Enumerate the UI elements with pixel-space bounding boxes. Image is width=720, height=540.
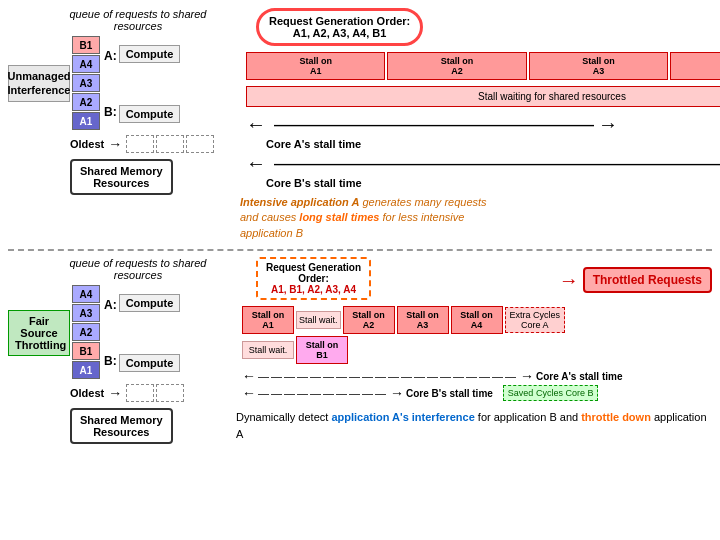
core-a-label-top: Core A's stall time	[266, 138, 361, 150]
bottom-block-a2: A2	[72, 323, 100, 341]
queue-blocks-bottom: A4 A3 A2 B1 A1	[72, 285, 100, 380]
queue-block-a2: A2	[72, 93, 100, 111]
saved-cycles-label: Saved Cycles Core B	[508, 388, 594, 398]
bottom-block-a1: A1	[72, 361, 100, 379]
request-gen-box-top: Request Generation Order: A1, A2, A3, A4…	[256, 8, 423, 46]
unmanaged-row: Unmanaged Interference B1 A4 A3 A2 A1 A:…	[8, 36, 228, 131]
intensive-text: Intensive application A generates many r…	[240, 195, 720, 241]
top-queue-label: queue of requests to shared resources	[8, 8, 228, 32]
compute-a-top: Compute	[119, 45, 181, 63]
oldest-label-top: Oldest	[70, 138, 104, 150]
stall-wait-a-bottom: Stall wait.	[296, 311, 341, 329]
b-label-bottom: B:	[104, 352, 117, 370]
unmanaged-label: Unmanaged Interference	[8, 65, 70, 101]
stall-wait-b1-bottom: Stall wait.	[242, 341, 294, 359]
bottom-section: queue of requests to shared resources Fa…	[8, 257, 712, 444]
stall-a3-bottom: Stall onA3	[397, 306, 449, 334]
dynamic-text-4: throttle down	[581, 411, 651, 423]
compute-b-bottom: Compute	[119, 354, 181, 372]
bottom-block-a4: A4	[72, 285, 100, 303]
b-label-top: B:	[104, 103, 117, 121]
stall-a1-bottom: Stall onA1	[242, 306, 294, 334]
a-label-top: A:	[104, 47, 117, 65]
oldest-arrow-top: →	[108, 136, 122, 152]
core-b-stall-label-top: Core B's stall time	[266, 177, 720, 189]
bottom-queue-label: queue of requests to shared resources	[8, 257, 228, 281]
stall-a2-bottom: Stall onA2	[343, 306, 395, 334]
queue-block-a1: A1	[72, 112, 100, 130]
core-a-stall-bottom: Core A's stall time	[536, 371, 622, 382]
stall-row-a-top: Stall onA1 Stall onA2 Stall onA3 Stall o…	[246, 52, 720, 82]
extra-cycles-box: Extra CyclesCore A	[505, 307, 566, 333]
dynamic-text-2: application A's interference	[331, 411, 474, 423]
queue-blocks-top: B1 A4 A3 A2 A1	[72, 36, 100, 131]
stall-row-b-top: Stall waiting for shared resources	[246, 86, 720, 107]
stall-b1-bottom: Stall onB1	[296, 336, 348, 364]
top-left: queue of requests to shared resources Un…	[8, 8, 228, 241]
oldest-row-bottom: Oldest →	[70, 384, 228, 402]
throttle-arrow: →	[559, 269, 579, 292]
throttled-label: Throttled Requests	[593, 273, 702, 287]
oldest-arrow-bottom: →	[108, 385, 122, 401]
core-b-stall-row-top: ← ———————————————————————————— →	[246, 152, 720, 175]
oldest-row-top: Oldest →	[70, 135, 228, 153]
core-a-stall-row-top: ← ———————————————— →	[246, 113, 720, 136]
compute-a-bottom: Compute	[119, 294, 181, 312]
throttled-box: Throttled Requests	[583, 267, 712, 293]
shared-mem-top: Shared MemoryResources	[70, 159, 173, 195]
stall-wait-top: Stall waiting for shared resources	[246, 86, 720, 107]
dynamic-text-3: for application B and	[475, 411, 581, 423]
dynamic-text-1: Dynamically detect	[236, 411, 331, 423]
core-a-stall-label-top: Core A's stall time	[266, 138, 720, 150]
core-b-label-top: Core B's stall time	[266, 177, 362, 189]
intensive-text-3: long stall times	[299, 211, 379, 223]
stall-a4-bottom: Stall onA4	[451, 306, 503, 334]
stall-a1-top: Stall onA1	[246, 52, 385, 80]
bottom-unmanaged-row: Fair Source Throttling A4 A3 A2 B1 A1 A:…	[8, 285, 228, 380]
req-gen-order-bottom: A1, B1, A2, A3, A4	[271, 284, 356, 295]
section-divider	[8, 249, 712, 251]
req-gen-bottom: Request GenerationOrder: A1, B1, A2, A3,…	[256, 257, 371, 300]
a-label-bottom: A:	[104, 296, 117, 314]
core-b-stall-bottom: Core B's stall time	[406, 388, 493, 399]
main-container: queue of requests to shared resources Un…	[0, 0, 720, 540]
bottom-block-a3: A3	[72, 304, 100, 322]
fair-source-label: Fair Source Throttling	[8, 310, 70, 356]
ab-labels-top: A: B:	[104, 47, 117, 121]
compute-labels-top: Compute Compute	[119, 45, 181, 123]
compute-b-top: Compute	[119, 105, 181, 123]
queue-block-a3: A3	[72, 74, 100, 92]
bottom-right: Request GenerationOrder: A1, B1, A2, A3,…	[236, 257, 712, 444]
intensive-text-1: Intensive application A	[240, 196, 359, 208]
top-section: queue of requests to shared resources Un…	[8, 8, 712, 241]
saved-cycles-box: Saved Cycles Core B	[503, 385, 599, 401]
ab-labels-bottom: A: B:	[104, 296, 117, 370]
queue-block-a4: A4	[72, 55, 100, 73]
request-gen-order-top: A1, A2, A3, A4, B1	[293, 27, 387, 39]
dynamic-text: Dynamically detect application A's inter…	[236, 409, 712, 442]
bottom-block-b1: B1	[72, 342, 100, 360]
queue-block-b1: B1	[72, 36, 100, 54]
top-right: Request Generation Order: A1, A2, A3, A4…	[236, 8, 720, 241]
stall-a2-top: Stall onA2	[387, 52, 526, 80]
oldest-label-bottom: Oldest	[70, 387, 104, 399]
stall-time-section-top: ← ———————————————— → Core A's stall time…	[246, 113, 720, 189]
shared-mem-bottom: Shared MemoryResources	[70, 408, 173, 444]
request-gen-title-top: Request Generation Order:	[269, 15, 410, 27]
stall-a4-top: Stall onA4	[670, 52, 720, 80]
bottom-left: queue of requests to shared resources Fa…	[8, 257, 228, 444]
stall-a3-top: Stall onA3	[529, 52, 668, 80]
compute-labels-bottom: Compute Compute	[119, 294, 181, 372]
